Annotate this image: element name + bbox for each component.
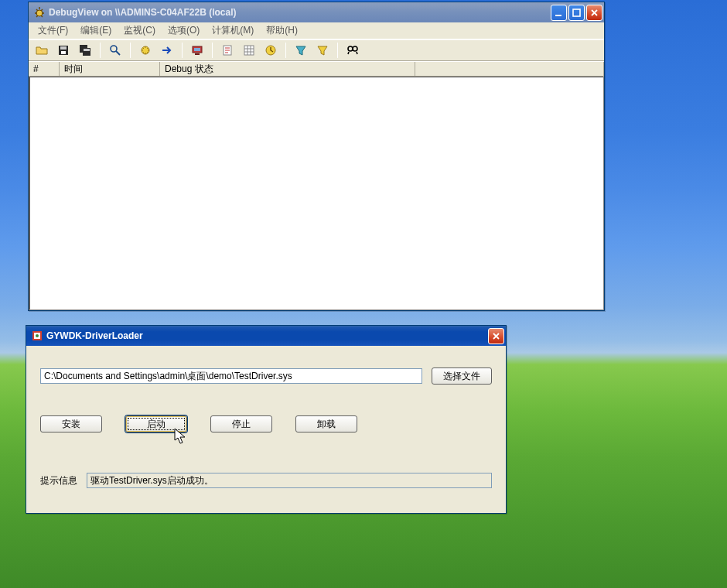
clock-icon[interactable] xyxy=(262,42,279,59)
capture-icon[interactable] xyxy=(137,42,154,59)
bug-icon xyxy=(33,6,46,19)
menu-options[interactable]: 选项(O) xyxy=(162,22,206,39)
toolbar-separator xyxy=(337,43,338,58)
menu-help[interactable]: 帮助(H) xyxy=(260,22,304,39)
toolbar xyxy=(29,39,604,61)
svg-rect-5 xyxy=(61,51,66,54)
svg-point-21 xyxy=(36,334,39,337)
column-time[interactable]: 时间 xyxy=(60,62,160,76)
svg-rect-2 xyxy=(573,9,580,16)
column-spacer xyxy=(415,62,604,76)
highlight-icon[interactable] xyxy=(314,42,331,59)
choose-file-button[interactable]: 选择文件 xyxy=(432,368,492,385)
save-all-icon[interactable] xyxy=(77,42,94,59)
toolbar-separator xyxy=(212,43,213,58)
maximize-button[interactable] xyxy=(568,5,585,21)
column-debug[interactable]: Debug 状态 xyxy=(160,62,415,76)
menubar: 文件(F) 编辑(E) 监视(C) 选项(O) 计算机(M) 帮助(H) xyxy=(29,22,604,39)
note-icon[interactable] xyxy=(219,42,236,59)
svg-rect-12 xyxy=(194,48,200,51)
toolbar-separator xyxy=(285,43,286,58)
svg-rect-13 xyxy=(195,53,200,55)
magnify-icon[interactable] xyxy=(107,42,124,59)
find-icon[interactable] xyxy=(344,42,361,59)
menu-edit[interactable]: 编辑(E) xyxy=(74,22,118,39)
svg-rect-1 xyxy=(555,15,561,16)
svg-rect-15 xyxy=(244,46,254,55)
debugview-window: DebugView on \\ADMINS-C04AF22B (local) 文… xyxy=(28,2,605,311)
grid-icon[interactable] xyxy=(241,42,258,59)
save-icon[interactable] xyxy=(55,42,72,59)
install-button[interactable]: 安装 xyxy=(40,415,102,432)
menu-file[interactable]: 文件(F) xyxy=(32,22,74,39)
start-button[interactable]: 启动 xyxy=(125,415,187,432)
toolbar-separator xyxy=(100,43,101,58)
menu-monitor[interactable]: 监视(C) xyxy=(118,22,162,39)
open-icon[interactable] xyxy=(33,42,50,59)
menu-computer[interactable]: 计算机(M) xyxy=(206,22,260,39)
svg-point-18 xyxy=(353,46,357,51)
status-text xyxy=(87,473,492,488)
svg-point-0 xyxy=(36,10,43,16)
svg-point-17 xyxy=(348,46,353,51)
computer-icon[interactable] xyxy=(189,42,206,59)
driver-titlebar[interactable]: GYWDK-DriverLoader xyxy=(26,326,506,346)
svg-rect-4 xyxy=(60,46,67,50)
driver-path-input[interactable] xyxy=(40,368,422,384)
close-button[interactable] xyxy=(586,5,602,21)
driver-title: GYWDK-DriverLoader xyxy=(46,330,488,341)
app-icon xyxy=(31,330,43,342)
arrow-right-icon[interactable] xyxy=(159,42,176,59)
debugview-title: DebugView on \\ADMINS-C04AF22B (local) xyxy=(49,7,551,18)
list-body[interactable] xyxy=(29,77,604,310)
stop-button[interactable]: 停止 xyxy=(210,415,272,432)
close-button[interactable] xyxy=(488,328,504,344)
svg-rect-8 xyxy=(84,49,90,51)
list-header: # 时间 Debug 状态 xyxy=(29,61,604,77)
status-label: 提示信息 xyxy=(40,474,77,487)
minimize-button[interactable] xyxy=(551,5,567,21)
driver-loader-window: GYWDK-DriverLoader 选择文件 安装 启动 停止 卸载 提示信息 xyxy=(26,325,507,514)
svg-point-9 xyxy=(111,46,117,52)
debugview-titlebar[interactable]: DebugView on \\ADMINS-C04AF22B (local) xyxy=(29,2,604,22)
filter-icon[interactable] xyxy=(292,42,309,59)
toolbar-separator xyxy=(130,43,131,58)
column-number[interactable]: # xyxy=(29,62,60,76)
unload-button[interactable]: 卸载 xyxy=(295,415,357,432)
toolbar-separator xyxy=(182,43,183,58)
